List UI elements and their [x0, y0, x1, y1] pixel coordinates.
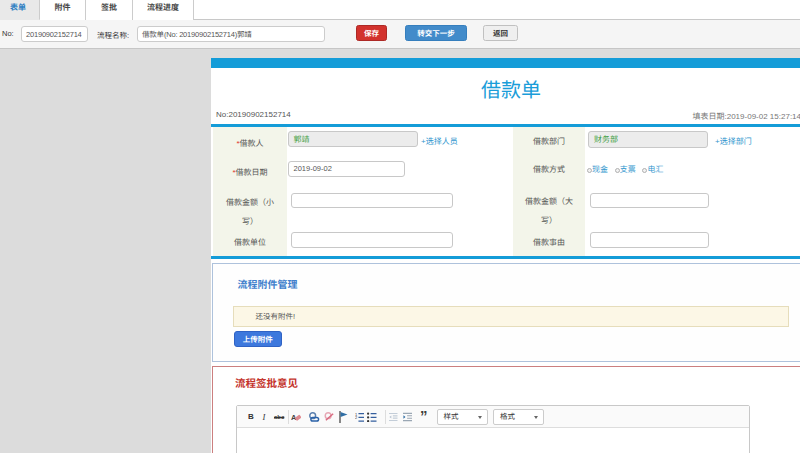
svg-text:2: 2: [355, 415, 357, 420]
